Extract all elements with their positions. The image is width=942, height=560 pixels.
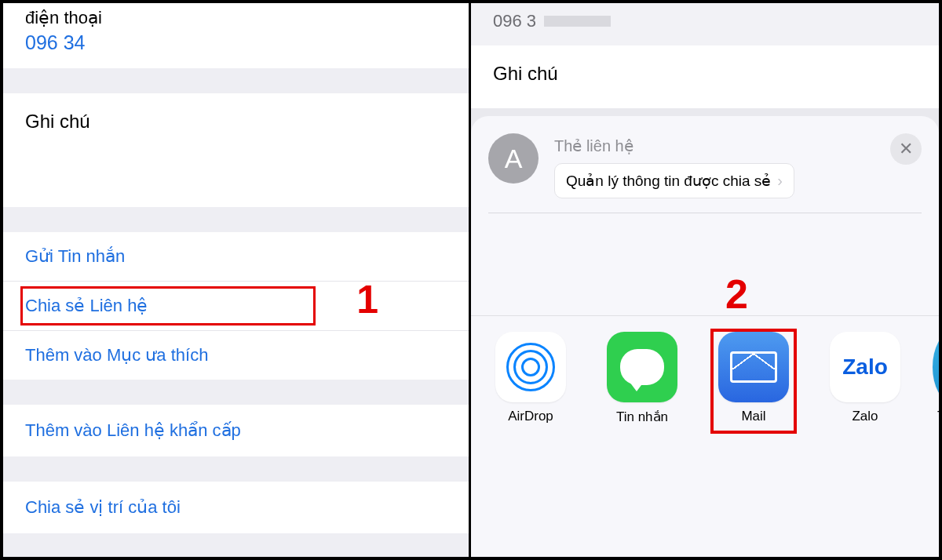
chevron-right-icon: › [777, 172, 783, 190]
mail-icon [718, 332, 789, 402]
phone-mask [544, 16, 611, 27]
messages-label: Tin nhắn [616, 409, 668, 425]
share-sheet: A Thẻ liên hệ Quản lý thông tin được chi… [471, 116, 939, 557]
apps-row[interactable]: 2 AirDrop Tin nhắn Mail [471, 316, 939, 435]
telegram-app-partial[interactable]: Te [933, 332, 939, 424]
share-contact-row[interactable]: Chia sẻ Liên hệ 1 [3, 282, 469, 331]
phone-number[interactable]: 096 34 [25, 31, 469, 54]
phone-partial-text: 096 3 [493, 11, 536, 31]
annotation-marker-1: 1 [356, 277, 378, 322]
phone-label: điện thoại [25, 8, 469, 28]
phone-block: điện thoại 096 34 [3, 3, 469, 68]
share-sheet-header: A Thẻ liên hệ Quản lý thông tin được chi… [471, 116, 939, 213]
zalo-icon: Zalo [830, 332, 900, 402]
mail-app[interactable]: Mail [710, 332, 798, 424]
right-phone-partial: 096 3 [471, 3, 939, 45]
notes-label: Ghi chú [3, 93, 469, 133]
share-location-block: Chia sẻ vị trí của tôi [3, 482, 469, 533]
send-message-row[interactable]: Gửi Tin nhắn [3, 232, 469, 282]
contact-actions-group: Gửi Tin nhắn Chia sẻ Liên hệ 1 Thêm vào … [3, 232, 469, 380]
manage-shared-label: Quản lý thông tin được chia sẻ [566, 172, 771, 190]
notes-block-right[interactable]: Ghi chú [471, 45, 939, 108]
airdrop-label: AirDrop [508, 409, 553, 424]
zalo-label: Zalo [852, 409, 878, 424]
annotation-marker-2: 2 [725, 271, 748, 318]
share-location-row[interactable]: Chia sẻ vị trí của tôi [3, 482, 469, 533]
close-share-sheet-button[interactable]: ✕ [890, 133, 922, 165]
contacts-strip [471, 213, 939, 315]
messages-icon [607, 332, 677, 402]
airdrop-icon [495, 332, 566, 402]
left-pane: điện thoại 096 34 Ghi chú Gửi Tin nhắn C… [3, 3, 471, 557]
airdrop-app[interactable]: AirDrop [487, 332, 575, 424]
contact-avatar: A [488, 133, 539, 184]
close-icon: ✕ [899, 139, 913, 159]
telegram-icon [933, 332, 939, 402]
telegram-label-partial: Te [937, 409, 939, 424]
share-sheet-title: Thẻ liên hệ [554, 136, 882, 155]
notes-block[interactable]: Ghi chú [3, 93, 469, 207]
zalo-app[interactable]: Zalo Zalo [821, 332, 909, 424]
right-pane: 096 3 Ghi chú A Thẻ liên hệ Quản lý thôn… [471, 3, 939, 557]
emergency-block: Thêm vào Liên hệ khẩn cấp [3, 405, 469, 456]
add-favorite-row[interactable]: Thêm vào Mục ưa thích [3, 331, 469, 380]
manage-shared-info-button[interactable]: Quản lý thông tin được chia sẻ › [554, 163, 794, 198]
mail-label: Mail [741, 409, 765, 424]
messages-app[interactable]: Tin nhắn [598, 332, 686, 425]
share-contact-label: Chia sẻ Liên hệ [25, 296, 148, 315]
zalo-text: Zalo [842, 355, 888, 380]
add-emergency-row[interactable]: Thêm vào Liên hệ khẩn cấp [3, 405, 469, 456]
